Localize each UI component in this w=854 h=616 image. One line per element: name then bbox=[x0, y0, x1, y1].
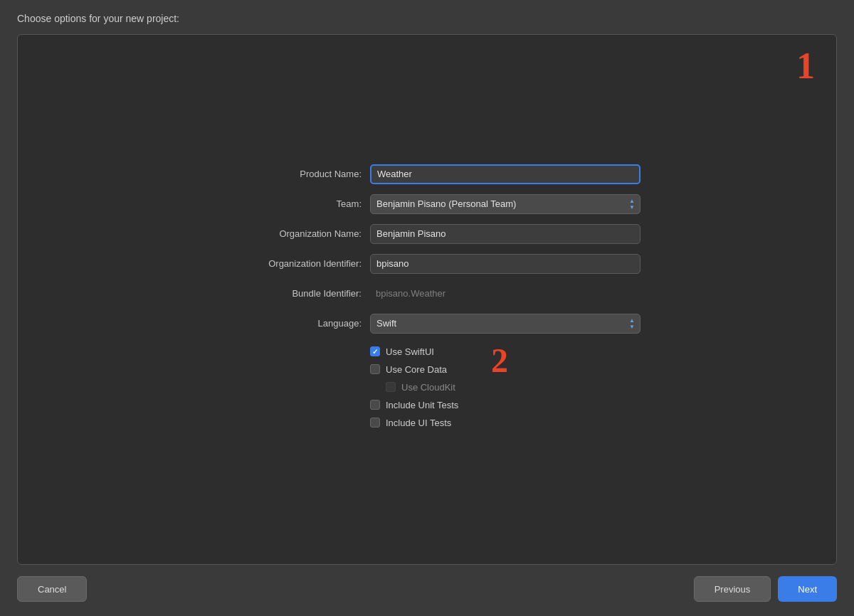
cancel-button[interactable]: Cancel bbox=[17, 576, 87, 602]
org-name-input[interactable] bbox=[370, 224, 640, 244]
org-name-label: Organization Name: bbox=[214, 228, 370, 239]
use-swiftui-label: Use SwiftUI bbox=[386, 346, 434, 357]
org-identifier-label: Organization Identifier: bbox=[214, 258, 370, 269]
main-content: 1 Product Name: Team: Benjamin Pisano (P… bbox=[0, 34, 854, 565]
page-title: Choose options for your new project: bbox=[0, 0, 854, 34]
team-label: Team: bbox=[214, 198, 370, 209]
team-select[interactable]: Benjamin Pisano (Personal Team) bbox=[370, 194, 640, 214]
form-container: Product Name: Team: Benjamin Pisano (Per… bbox=[214, 164, 640, 435]
language-select[interactable]: Swift Objective-C bbox=[370, 314, 640, 334]
team-row: Team: Benjamin Pisano (Personal Team) ▲ … bbox=[214, 194, 640, 214]
include-unit-tests-label: Include Unit Tests bbox=[386, 400, 458, 410]
annotation-1: 1 bbox=[796, 48, 815, 85]
include-unit-tests-row: Include Unit Tests bbox=[370, 400, 458, 410]
bundle-identifier-label: Bundle Identifier: bbox=[214, 288, 370, 299]
right-buttons: Previous Next bbox=[694, 576, 837, 602]
use-cloudkit-label: Use CloudKit bbox=[401, 382, 455, 393]
bottom-bar: Cancel Previous Next bbox=[0, 565, 854, 616]
use-cloudkit-checkbox bbox=[386, 382, 396, 392]
include-ui-tests-row: Include UI Tests bbox=[370, 418, 458, 428]
bundle-identifier-row: Bundle Identifier: bpisano.Weather bbox=[214, 284, 640, 304]
language-row: Language: Swift Objective-C ▲ ▼ bbox=[214, 314, 640, 334]
product-name-input[interactable] bbox=[370, 164, 640, 184]
org-identifier-input[interactable] bbox=[370, 254, 640, 274]
annotation-2: 2 bbox=[491, 344, 508, 378]
use-core-data-checkbox[interactable] bbox=[370, 364, 380, 374]
language-label: Language: bbox=[214, 318, 370, 329]
use-core-data-row: Use Core Data bbox=[370, 364, 458, 375]
team-select-wrapper: Benjamin Pisano (Personal Team) ▲ ▼ bbox=[370, 194, 640, 214]
include-ui-tests-checkbox[interactable] bbox=[370, 418, 380, 428]
checkboxes-section: Use SwiftUI Use Core Data Use CloudKit I… bbox=[370, 346, 458, 435]
product-name-label: Product Name: bbox=[214, 169, 370, 179]
bundle-identifier-value: bpisano.Weather bbox=[370, 284, 640, 304]
use-swiftui-row: Use SwiftUI bbox=[370, 346, 458, 357]
form-panel: 1 Product Name: Team: Benjamin Pisano (P… bbox=[17, 34, 837, 565]
include-ui-tests-label: Include UI Tests bbox=[386, 418, 451, 428]
org-name-row: Organization Name: bbox=[214, 224, 640, 244]
use-cloudkit-row: Use CloudKit bbox=[386, 382, 458, 393]
next-button[interactable]: Next bbox=[778, 576, 837, 602]
product-name-row: Product Name: bbox=[214, 164, 640, 184]
checkboxes-wrapper: 2 Use SwiftUI Use Core Data Use CloudKit bbox=[214, 344, 640, 435]
language-select-wrapper: Swift Objective-C ▲ ▼ bbox=[370, 314, 640, 334]
use-swiftui-checkbox[interactable] bbox=[370, 346, 380, 356]
use-core-data-label: Use Core Data bbox=[386, 364, 447, 375]
include-unit-tests-checkbox[interactable] bbox=[370, 400, 380, 410]
org-identifier-row: Organization Identifier: bbox=[214, 254, 640, 274]
previous-button[interactable]: Previous bbox=[694, 576, 771, 602]
